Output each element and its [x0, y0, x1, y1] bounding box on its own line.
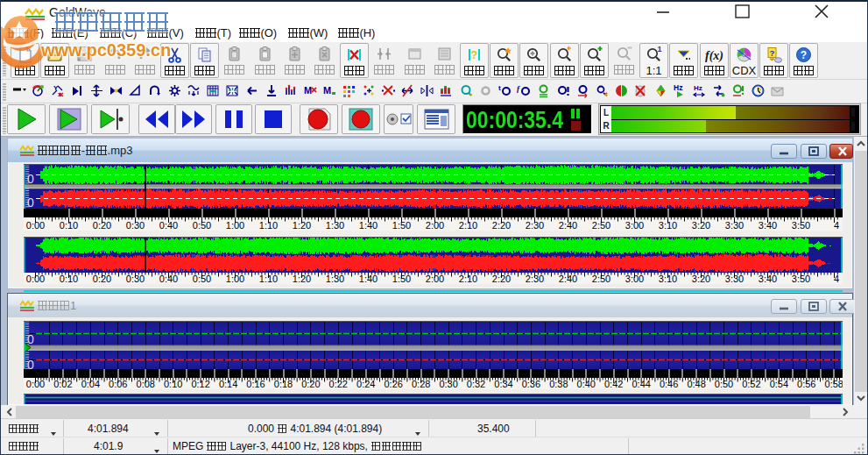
svg-text:4: 4 — [834, 274, 839, 284]
svg-text:0:40: 0:40 — [159, 274, 178, 284]
svg-text:0:58: 0:58 — [825, 379, 843, 389]
svg-text:0:04: 0:04 — [81, 379, 100, 389]
svg-text:4: 4 — [834, 220, 839, 231]
svg-text:0:20: 0:20 — [93, 220, 111, 231]
svg-text:2:20: 2:20 — [492, 274, 511, 284]
svg-text:0:10: 0:10 — [60, 220, 78, 231]
svg-text:0: 0 — [27, 196, 34, 210]
svg-text:0:16: 0:16 — [246, 379, 265, 389]
svg-text:0: 0 — [27, 172, 34, 186]
svg-text:0:30: 0:30 — [439, 379, 457, 389]
svg-text:2:10: 2:10 — [459, 274, 477, 284]
svg-text:0:22: 0:22 — [329, 379, 348, 389]
svg-text:0:10: 0:10 — [164, 379, 182, 389]
svg-text:3:20: 3:20 — [692, 220, 710, 231]
svg-text:0:36: 0:36 — [522, 379, 540, 389]
svg-text:3:50: 3:50 — [792, 220, 810, 231]
svg-text:3:00: 3:00 — [625, 220, 644, 231]
svg-text:0:38: 0:38 — [549, 379, 568, 389]
svg-text:0:18: 0:18 — [274, 379, 293, 389]
svg-text:2:50: 2:50 — [592, 274, 610, 284]
svg-text:2:40: 2:40 — [559, 220, 577, 231]
svg-text:?: ? — [770, 48, 775, 58]
svg-text:2:10: 2:10 — [459, 220, 477, 231]
svg-text:2:30: 2:30 — [526, 220, 544, 231]
svg-text:3:10: 3:10 — [659, 220, 677, 231]
svg-text:0:28: 0:28 — [412, 379, 430, 389]
svg-text:2:00: 2:00 — [426, 220, 444, 231]
svg-text:0:50: 0:50 — [193, 274, 211, 284]
svg-text:f: f — [517, 84, 520, 93]
svg-text:1:00: 1:00 — [226, 220, 244, 231]
svg-text:0:50: 0:50 — [193, 220, 211, 231]
svg-text:0:00: 0:00 — [26, 379, 45, 389]
svg-text:0:50: 0:50 — [715, 379, 733, 389]
svg-text:3:10: 3:10 — [659, 274, 677, 284]
svg-text:0:02: 0:02 — [53, 379, 72, 389]
svg-text:1:00: 1:00 — [226, 274, 244, 284]
svg-text:M: M — [304, 85, 312, 96]
svg-text:3:40: 3:40 — [759, 274, 777, 284]
svg-text:0:40: 0:40 — [159, 220, 178, 231]
svg-text:t: t — [498, 84, 501, 92]
svg-text:0:30: 0:30 — [126, 274, 145, 284]
svg-text:3:30: 3:30 — [725, 274, 744, 284]
svg-text:0:14: 0:14 — [219, 379, 237, 389]
svg-text:M: M — [323, 85, 331, 96]
svg-text:2:40: 2:40 — [559, 274, 577, 284]
svg-text:0:26: 0:26 — [384, 379, 402, 389]
svg-text:2:20: 2:20 — [492, 220, 511, 231]
svg-text:0:30: 0:30 — [126, 220, 145, 231]
svg-text:0:54: 0:54 — [770, 379, 788, 389]
svg-text:0:32: 0:32 — [467, 379, 485, 389]
svg-text:3:50: 3:50 — [792, 274, 810, 284]
svg-text:0:42: 0:42 — [604, 379, 623, 389]
svg-text:1:20: 1:20 — [293, 220, 311, 231]
svg-text:0:48: 0:48 — [687, 379, 705, 389]
svg-text:1:50: 1:50 — [392, 220, 411, 231]
svg-text:3:00: 3:00 — [625, 274, 644, 284]
svg-text:?: ? — [801, 49, 807, 61]
svg-text:0:10: 0:10 — [60, 274, 78, 284]
svg-text:0:20: 0:20 — [301, 379, 320, 389]
svg-text:?: ? — [471, 49, 477, 61]
svg-text:0:08: 0:08 — [137, 379, 155, 389]
svg-text:0:34: 0:34 — [494, 379, 512, 389]
svg-text:0:24: 0:24 — [356, 379, 375, 389]
svg-text:0:56: 0:56 — [797, 379, 815, 389]
svg-text:1:30: 1:30 — [326, 220, 344, 231]
svg-text:3:40: 3:40 — [759, 220, 777, 231]
svg-text:0:06: 0:06 — [109, 379, 127, 389]
svg-text:1:40: 1:40 — [359, 220, 378, 231]
svg-text:1:10: 1:10 — [259, 220, 278, 231]
svg-text:2:50: 2:50 — [592, 220, 610, 231]
svg-text:1:40: 1:40 — [359, 274, 378, 284]
svg-text:0:52: 0:52 — [742, 379, 760, 389]
svg-text:3:20: 3:20 — [692, 274, 710, 284]
svg-text:3:30: 3:30 — [725, 220, 744, 231]
svg-text:1:20: 1:20 — [293, 274, 311, 284]
svg-text:0:40: 0:40 — [577, 379, 596, 389]
svg-text:0:44: 0:44 — [632, 379, 650, 389]
svg-text:1:50: 1:50 — [392, 274, 411, 284]
svg-text:0:12: 0:12 — [191, 379, 209, 389]
svg-text:Hz: Hz — [694, 84, 702, 92]
svg-text:1: 1 — [657, 46, 661, 53]
svg-text:f(x): f(x) — [705, 49, 723, 63]
svg-text:2:30: 2:30 — [526, 274, 544, 284]
svg-text:Hz: Hz — [674, 83, 682, 92]
svg-text:0:00: 0:00 — [26, 274, 45, 284]
svg-text:0:46: 0:46 — [660, 379, 678, 389]
svg-text:0:20: 0:20 — [93, 274, 111, 284]
svg-text:1:10: 1:10 — [259, 274, 278, 284]
svg-text:2:00: 2:00 — [426, 274, 444, 284]
svg-text:0:00: 0:00 — [26, 220, 45, 231]
svg-text:1:30: 1:30 — [326, 274, 344, 284]
